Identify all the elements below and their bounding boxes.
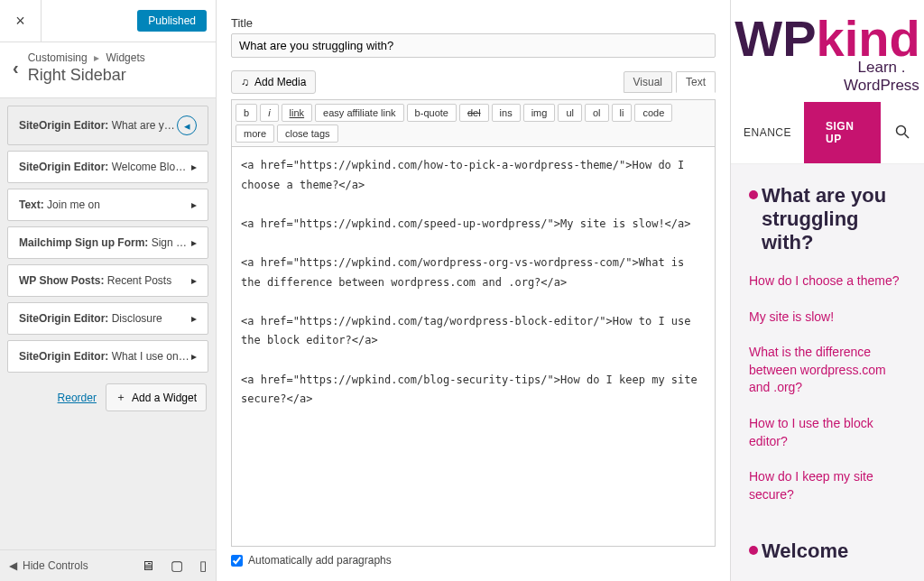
preview-sidebar-widget: What are you struggling with? How do I c… xyxy=(731,164,924,581)
toolbar-del-button[interactable]: del xyxy=(459,104,489,122)
widget-item[interactable]: SiteOrigin Editor: Welcome Blog…▸ xyxy=(7,151,208,183)
chevron-right-icon: ▸ xyxy=(191,274,197,287)
hide-controls-label: Hide Controls xyxy=(23,559,88,572)
editor-toolbar: bilinkeasy affiliate linkb-quotedelinsim… xyxy=(231,99,716,146)
accent-dot-icon xyxy=(749,546,758,555)
logo-area: WPkind Learn . WordPress xyxy=(731,0,924,102)
breadcrumb-root: Customising xyxy=(28,51,88,64)
hide-controls-button[interactable]: ◀ Hide Controls xyxy=(9,559,88,572)
editor-controls-row: ♫ Add Media Visual Text xyxy=(231,70,716,94)
back-arrow-icon[interactable]: ‹ xyxy=(13,58,19,78)
breadcrumb-leaf: Widgets xyxy=(106,51,144,64)
close-customizer-button[interactable]: × xyxy=(0,0,42,42)
toolbar-easy-affiliate-link-button[interactable]: easy affiliate link xyxy=(315,104,404,122)
tab-visual[interactable]: Visual xyxy=(624,71,672,93)
toolbar-close-tags-button[interactable]: close tags xyxy=(277,124,338,143)
site-preview: WPkind Learn . WordPress ENANCE SIGN UP … xyxy=(731,0,924,581)
widget-item[interactable]: SiteOrigin Editor: What I use on …▸ xyxy=(7,340,208,373)
breadcrumb: Customising ▸ Widgets xyxy=(28,51,203,64)
toolbar-li-button[interactable]: li xyxy=(612,104,633,122)
widget-item-label: SiteOrigin Editor: Welcome Blog… xyxy=(19,161,191,173)
chevron-right-icon: ▸ xyxy=(191,350,197,363)
widget-list: SiteOrigin Editor: What are you …◂SiteOr… xyxy=(0,98,216,549)
title-label: Title xyxy=(231,16,716,30)
toolbar-i-button[interactable]: i xyxy=(260,104,278,122)
widget-item[interactable]: SiteOrigin Editor: Disclosure▸ xyxy=(7,302,208,335)
widget-collapse-icon: ◂ xyxy=(177,115,197,135)
widget-item-label: SiteOrigin Editor: What are you … xyxy=(19,119,177,132)
logo-wp-part: WP xyxy=(735,10,816,67)
code-textarea[interactable] xyxy=(231,146,716,547)
widget-item-label: Text: Join me on xyxy=(19,198,191,211)
reorder-row: Reorder＋Add a Widget xyxy=(7,378,208,417)
chevron-right-icon: ▸ xyxy=(191,236,197,249)
preview-link[interactable]: How to I use the block editor? xyxy=(749,415,906,450)
widget-item[interactable]: SiteOrigin Editor: What are you …◂ xyxy=(7,106,208,145)
chevron-right-icon: ▸ xyxy=(191,312,197,325)
toolbar-link-button[interactable]: link xyxy=(282,104,313,122)
toolbar-more-button[interactable]: more xyxy=(236,124,274,143)
title-input[interactable] xyxy=(231,33,716,58)
collapse-icon: ◀ xyxy=(9,559,17,572)
toolbar-b-button[interactable]: b xyxy=(236,104,257,122)
toolbar-code-button[interactable]: code xyxy=(634,104,672,122)
nav-item-partial[interactable]: ENANCE xyxy=(731,108,804,157)
media-icon: ♫ xyxy=(241,76,249,88)
accent-dot-icon xyxy=(749,190,758,199)
toolbar-ol-button[interactable]: ol xyxy=(585,104,609,122)
site-nav: ENANCE SIGN UP xyxy=(731,102,924,164)
sidebar-footer: ◀ Hide Controls 🖥 ▢ ▯ xyxy=(0,549,216,581)
preview-link-list: How do I choose a theme?My site is slow!… xyxy=(749,272,906,503)
auto-paragraphs-row[interactable]: Automatically add paragraphs xyxy=(231,547,716,574)
desktop-icon[interactable]: 🖥 xyxy=(141,558,154,574)
toolbar-ul-button[interactable]: ul xyxy=(558,104,582,122)
preview-next-heading: Welcome xyxy=(749,540,906,563)
svg-point-0 xyxy=(897,125,906,134)
auto-paragraphs-checkbox[interactable] xyxy=(231,555,243,567)
toolbar-img-button[interactable]: img xyxy=(523,104,556,122)
preview-widget-title: What are you struggling with? xyxy=(749,184,906,254)
tab-text[interactable]: Text xyxy=(676,71,716,93)
publish-button[interactable]: Published xyxy=(137,10,207,32)
sidebar-top-bar: × Published xyxy=(0,0,216,42)
sidebar-header: ‹ Customising ▸ Widgets Right Sidebar xyxy=(0,42,216,98)
tablet-icon[interactable]: ▢ xyxy=(171,558,183,574)
add-widget-button[interactable]: ＋Add a Widget xyxy=(106,383,207,411)
app-root: × Published ‹ Customising ▸ Widgets Righ… xyxy=(0,0,924,581)
widget-item[interactable]: WP Show Posts: Recent Posts▸ xyxy=(7,264,208,297)
widget-item[interactable]: Mailchimp Sign up Form: Sign u…▸ xyxy=(7,226,208,259)
panel-title: Right Sidebar xyxy=(28,66,203,85)
preview-link[interactable]: How do I keep my site secure? xyxy=(749,468,906,503)
svg-line-1 xyxy=(905,134,910,138)
add-media-label: Add Media xyxy=(254,76,306,88)
widget-item-label: SiteOrigin Editor: Disclosure xyxy=(19,312,191,325)
chevron-right-icon: ▸ xyxy=(191,198,197,211)
widget-item[interactable]: Text: Join me on▸ xyxy=(7,189,208,221)
widget-item-label: WP Show Posts: Recent Posts xyxy=(19,274,191,287)
breadcrumb-separator-icon: ▸ xyxy=(94,51,99,64)
widget-editor-pane: Title ♫ Add Media Visual Text bilinkeasy… xyxy=(217,0,731,581)
preview-link[interactable]: My site is slow! xyxy=(749,309,906,327)
reorder-button[interactable]: Reorder xyxy=(58,392,97,404)
editor-tabs: Visual Text xyxy=(624,71,716,93)
mobile-icon[interactable]: ▯ xyxy=(199,558,207,574)
customizer-sidebar: × Published ‹ Customising ▸ Widgets Righ… xyxy=(0,0,217,581)
toolbar-b-quote-button[interactable]: b-quote xyxy=(407,104,457,122)
preview-link[interactable]: How do I choose a theme? xyxy=(749,272,906,290)
nav-signup[interactable]: SIGN UP xyxy=(804,102,881,163)
chevron-right-icon: ▸ xyxy=(191,161,197,173)
widget-item-label: SiteOrigin Editor: What I use on … xyxy=(19,350,191,363)
widget-item-label: Mailchimp Sign up Form: Sign u… xyxy=(19,236,191,249)
device-preview-toggles: 🖥 ▢ ▯ xyxy=(141,558,207,574)
toolbar-ins-button[interactable]: ins xyxy=(492,104,521,122)
auto-paragraphs-label: Automatically add paragraphs xyxy=(248,554,392,567)
search-icon[interactable] xyxy=(881,106,924,160)
preview-link[interactable]: What is the difference between wordpress… xyxy=(749,344,906,397)
add-media-button[interactable]: ♫ Add Media xyxy=(231,70,316,94)
plus-icon: ＋ xyxy=(116,390,126,405)
